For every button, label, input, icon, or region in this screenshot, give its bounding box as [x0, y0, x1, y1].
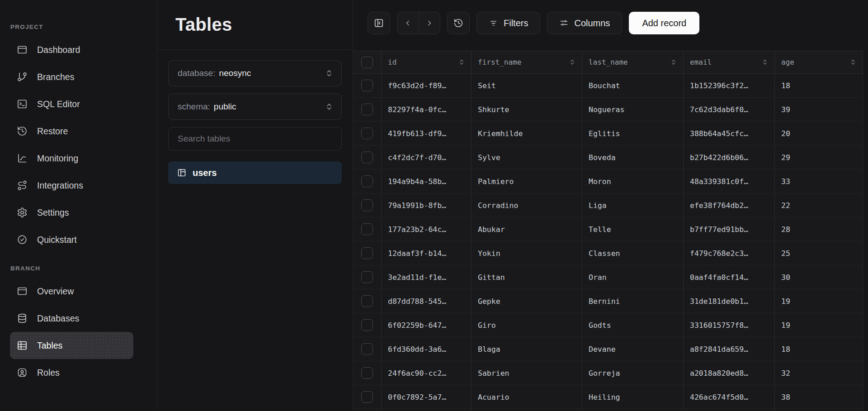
back-button[interactable] — [397, 12, 419, 34]
row-checkbox[interactable] — [361, 367, 373, 379]
cell-last-name[interactable]: Devane — [582, 337, 684, 361]
cell-id[interactable]: 79a1991b-8fb… — [382, 194, 472, 217]
cell-id[interactable]: 24f6ac90-cc2… — [382, 361, 472, 385]
cell-email[interactable]: a2018a820ed8… — [684, 361, 775, 385]
cell-email[interactable]: 7c62d3dab6f0… — [684, 98, 775, 121]
row-checkbox[interactable] — [361, 175, 373, 187]
column-header-first-name[interactable]: first_name — [472, 51, 582, 73]
table-list-item-users[interactable]: users — [168, 161, 342, 184]
cell-first-name[interactable]: Seit — [472, 74, 582, 97]
cell-age[interactable]: 20 — [775, 122, 863, 145]
cell-last-name[interactable]: Godts — [582, 313, 684, 337]
cell-first-name[interactable]: Acuario — [472, 385, 582, 409]
history-button[interactable] — [447, 12, 470, 34]
row-checkbox[interactable] — [361, 271, 373, 283]
search-tables-input[interactable] — [168, 127, 342, 151]
sidebar-item-settings[interactable]: Settings — [0, 199, 133, 226]
database-select[interactable]: database: neosync — [168, 60, 342, 86]
row-checkbox[interactable] — [361, 80, 373, 91]
cell-email[interactable]: 31de181de0b1… — [684, 289, 775, 313]
filters-button[interactable]: Filters — [476, 12, 540, 34]
cell-last-name[interactable]: Bernini — [582, 289, 684, 313]
cell-email[interactable]: 0aaf4fa0cf14… — [684, 265, 775, 289]
select-all-checkbox[interactable] — [361, 57, 373, 68]
collapse-sidebar-button[interactable] — [368, 12, 390, 34]
row-checkbox[interactable] — [361, 391, 373, 403]
cell-id[interactable]: 82297f4a-0fc… — [382, 98, 472, 121]
sidebar-item-roles[interactable]: Roles — [0, 359, 133, 386]
cell-age[interactable]: 22 — [775, 194, 863, 217]
cell-first-name[interactable]: Sabrien — [472, 361, 582, 385]
cell-age[interactable]: 30 — [775, 265, 863, 289]
cell-id[interactable]: 419fb613-df9… — [382, 122, 472, 145]
sidebar-item-sql-editor[interactable]: SQL Editor — [0, 90, 133, 118]
cell-id[interactable]: 6f02259b-647… — [382, 313, 472, 337]
sidebar-item-tables[interactable]: Tables — [10, 332, 133, 359]
cell-last-name[interactable]: Bouchat — [582, 74, 684, 97]
sidebar-item-integrations[interactable]: Integrations — [0, 172, 133, 199]
cell-id[interactable]: 177a23b2-64c… — [382, 217, 472, 241]
cell-last-name[interactable]: Oran — [582, 265, 684, 289]
sidebar-item-overview[interactable]: Overview — [0, 278, 133, 305]
forward-button[interactable] — [419, 12, 440, 34]
row-checkbox[interactable] — [361, 343, 373, 355]
cell-last-name[interactable]: Gorreja — [582, 361, 684, 385]
sidebar-item-dashboard[interactable]: Dashboard — [0, 36, 133, 63]
cell-email[interactable]: 3316015757f8… — [684, 313, 775, 337]
cell-age[interactable]: 39 — [775, 98, 863, 121]
column-header-id[interactable]: id — [382, 51, 472, 73]
columns-button[interactable]: Columns — [547, 12, 622, 34]
cell-first-name[interactable]: Corradino — [472, 194, 582, 217]
cell-last-name[interactable]: Nogueras — [582, 98, 684, 121]
row-checkbox[interactable] — [361, 151, 373, 163]
column-header-age[interactable]: age — [775, 51, 863, 73]
cell-id[interactable]: d87dd788-545… — [382, 289, 472, 313]
cell-first-name[interactable]: Kriemhilde — [472, 122, 582, 145]
row-checkbox[interactable] — [361, 128, 373, 139]
cell-age[interactable]: 32 — [775, 361, 863, 385]
cell-email[interactable]: efe38f764db2… — [684, 194, 775, 217]
cell-email[interactable]: 426ac674f5d0… — [684, 385, 775, 409]
cell-first-name[interactable]: Giro — [472, 313, 582, 337]
cell-last-name[interactable]: Liga — [582, 194, 684, 217]
cell-last-name[interactable]: Telle — [582, 217, 684, 241]
cell-email[interactable]: b7ff77ed91bb… — [684, 217, 775, 241]
cell-id[interactable]: 6fd360dd-3a6… — [382, 337, 472, 361]
cell-last-name[interactable] — [582, 409, 684, 411]
sidebar-item-monitoring[interactable]: Monitoring — [0, 145, 133, 172]
cell-last-name[interactable]: Heiling — [582, 385, 684, 409]
cell-age[interactable]: 28 — [775, 217, 863, 241]
sidebar-item-branches[interactable]: Branches — [0, 63, 133, 90]
cell-first-name[interactable]: Shkurte — [472, 98, 582, 121]
cell-first-name[interactable]: Abukar — [472, 217, 582, 241]
cell-id[interactable] — [382, 409, 472, 411]
column-header-last-name[interactable]: last_name — [582, 51, 684, 73]
row-checkbox[interactable] — [361, 247, 373, 259]
cell-id[interactable]: 0f0c7892-5a7… — [382, 385, 472, 409]
cell-id[interactable]: 3e2ad11d-f1e… — [382, 265, 472, 289]
column-header-email[interactable]: email — [684, 51, 775, 73]
cell-first-name[interactable]: Yokin — [472, 241, 582, 265]
cell-id[interactable]: f9c63d2d-f89… — [382, 74, 472, 97]
sidebar-item-databases[interactable]: Databases — [0, 305, 133, 332]
cell-first-name[interactable]: Palmiero — [472, 170, 582, 193]
row-checkbox[interactable] — [361, 223, 373, 235]
sidebar-item-quickstart[interactable]: Quickstart — [0, 226, 133, 253]
sidebar-item-restore[interactable]: Restore — [0, 118, 133, 145]
cell-email[interactable]: 388b64a45cfc… — [684, 122, 775, 145]
cell-id[interactable]: 194a9b4a-58b… — [382, 170, 472, 193]
cell-last-name[interactable]: Classen — [582, 241, 684, 265]
cell-first-name[interactable]: Sylve — [472, 146, 582, 169]
cell-last-name[interactable]: Boveda — [582, 146, 684, 169]
cell-age[interactable]: 29 — [775, 146, 863, 169]
cell-email[interactable]: f479c768e2c3… — [684, 241, 775, 265]
row-checkbox[interactable] — [361, 199, 373, 211]
cell-age[interactable]: 38 — [775, 385, 863, 409]
row-checkbox[interactable] — [361, 319, 373, 331]
cell-id[interactable]: 12daaf3f-b14… — [382, 241, 472, 265]
cell-email[interactable]: 1b152396c3f2… — [684, 74, 775, 97]
cell-email[interactable]: a8f2841da659… — [684, 337, 775, 361]
cell-first-name[interactable]: Blaga — [472, 337, 582, 361]
row-checkbox[interactable] — [361, 295, 373, 307]
cell-age[interactable]: 19 — [775, 289, 863, 313]
